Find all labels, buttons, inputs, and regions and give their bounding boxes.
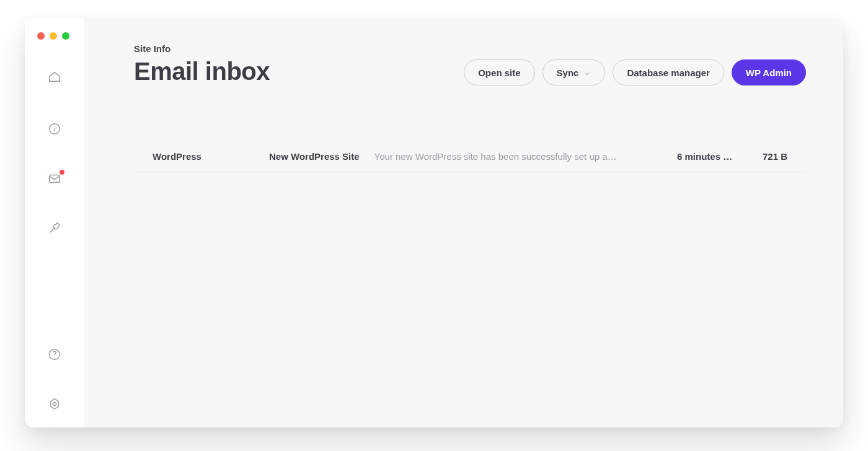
sidebar-nav-main <box>46 121 63 238</box>
window-controls <box>37 32 69 40</box>
chevron-down-icon <box>583 69 591 76</box>
sidebar-nav-footer <box>46 347 63 414</box>
sidebar-item-mail[interactable] <box>46 171 63 188</box>
open-site-label: Open site <box>478 68 520 78</box>
email-preview: Your new WordPress site has been success… <box>374 151 666 162</box>
sidebar-nav-top <box>46 69 63 87</box>
sync-button[interactable]: Sync <box>542 59 606 85</box>
minimize-window[interactable] <box>50 32 57 40</box>
email-subject: New WordPress Site <box>269 151 360 162</box>
close-window[interactable] <box>37 32 45 40</box>
sync-label: Sync <box>557 68 579 78</box>
database-manager-label: Database manager <box>627 68 709 78</box>
help-icon <box>48 348 61 364</box>
breadcrumb: Site Info <box>134 43 270 54</box>
main-content: Site Info Email inbox Open site Sync Dat… <box>84 19 843 427</box>
email-size: 721 B <box>750 151 787 162</box>
notification-badge <box>60 170 64 175</box>
sidebar <box>25 19 84 427</box>
email-row[interactable]: WordPress New WordPress Site Your new Wo… <box>134 141 806 172</box>
page-titles: Site Info Email inbox <box>134 43 270 85</box>
maximize-window[interactable] <box>62 32 69 40</box>
sidebar-item-settings[interactable] <box>46 396 63 414</box>
email-time: 6 minutes … <box>677 151 739 162</box>
email-list: WordPress New WordPress Site Your new Wo… <box>134 141 806 172</box>
app-window: Site Info Email inbox Open site Sync Dat… <box>25 19 843 427</box>
header-actions: Open site Sync Database manager WP Admin <box>464 59 806 85</box>
wp-admin-button[interactable]: WP Admin <box>732 59 806 85</box>
svg-marker-6 <box>50 399 58 409</box>
svg-rect-3 <box>49 175 60 183</box>
info-icon <box>48 122 61 138</box>
svg-point-2 <box>54 126 55 126</box>
sidebar-item-info[interactable] <box>46 121 63 139</box>
svg-point-5 <box>54 357 55 357</box>
home-icon <box>48 70 61 86</box>
sidebar-item-home[interactable] <box>46 69 63 87</box>
svg-point-7 <box>53 402 56 406</box>
sidebar-item-tools[interactable] <box>46 221 63 238</box>
settings-icon <box>48 397 61 413</box>
page-header: Site Info Email inbox Open site Sync Dat… <box>134 43 806 85</box>
open-site-button[interactable]: Open site <box>464 59 534 85</box>
email-sender: WordPress <box>153 151 258 162</box>
wp-admin-label: WP Admin <box>746 68 792 78</box>
tools-icon <box>48 221 61 237</box>
database-manager-button[interactable]: Database manager <box>613 59 724 85</box>
sidebar-item-help[interactable] <box>46 347 63 364</box>
mail-icon <box>48 172 61 188</box>
page-title: Email inbox <box>134 58 270 85</box>
